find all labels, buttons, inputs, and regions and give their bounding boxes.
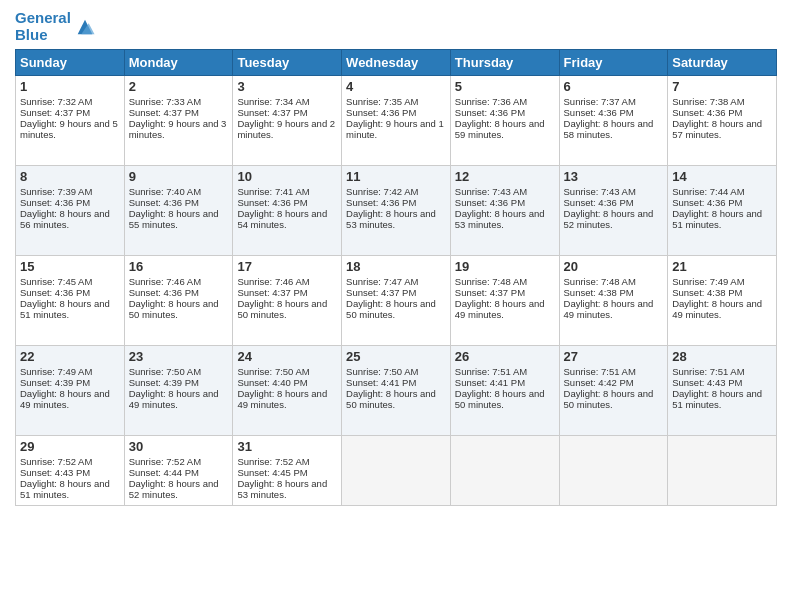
sunset: Sunset: 4:36 PM [346,197,416,208]
calendar-cell: 3Sunrise: 7:34 AMSunset: 4:37 PMDaylight… [233,76,342,166]
calendar-cell: 31Sunrise: 7:52 AMSunset: 4:45 PMDayligh… [233,436,342,506]
sunset: Sunset: 4:43 PM [672,377,742,388]
sunrise: Sunrise: 7:50 AM [346,366,418,377]
calendar-cell: 13Sunrise: 7:43 AMSunset: 4:36 PMDayligh… [559,166,668,256]
daylight: Daylight: 8 hours and 56 minutes. [20,208,110,230]
daylight: Daylight: 8 hours and 52 minutes. [564,208,654,230]
sunrise: Sunrise: 7:48 AM [455,276,527,287]
day-number: 18 [346,259,446,274]
page-header: General Blue [15,10,777,43]
sunset: Sunset: 4:36 PM [20,197,90,208]
sunrise: Sunrise: 7:49 AM [20,366,92,377]
sunset: Sunset: 4:37 PM [346,287,416,298]
calendar-cell: 19Sunrise: 7:48 AMSunset: 4:37 PMDayligh… [450,256,559,346]
sunset: Sunset: 4:44 PM [129,467,199,478]
sunset: Sunset: 4:36 PM [129,287,199,298]
daylight: Daylight: 8 hours and 51 minutes. [20,298,110,320]
sunrise: Sunrise: 7:46 AM [129,276,201,287]
day-header-saturday: Saturday [668,50,777,76]
day-header-thursday: Thursday [450,50,559,76]
calendar-cell: 22Sunrise: 7:49 AMSunset: 4:39 PMDayligh… [16,346,125,436]
sunset: Sunset: 4:39 PM [129,377,199,388]
sunrise: Sunrise: 7:48 AM [564,276,636,287]
sunset: Sunset: 4:38 PM [564,287,634,298]
logo-text: General [15,10,71,27]
daylight: Daylight: 8 hours and 55 minutes. [129,208,219,230]
daylight: Daylight: 8 hours and 57 minutes. [672,118,762,140]
daylight: Daylight: 8 hours and 51 minutes. [672,208,762,230]
sunset: Sunset: 4:39 PM [20,377,90,388]
daylight: Daylight: 8 hours and 59 minutes. [455,118,545,140]
calendar-cell: 6Sunrise: 7:37 AMSunset: 4:36 PMDaylight… [559,76,668,166]
sunrise: Sunrise: 7:42 AM [346,186,418,197]
sunrise: Sunrise: 7:38 AM [672,96,744,107]
sunset: Sunset: 4:36 PM [129,197,199,208]
sunrise: Sunrise: 7:50 AM [129,366,201,377]
calendar-cell [450,436,559,506]
calendar-cell: 24Sunrise: 7:50 AMSunset: 4:40 PMDayligh… [233,346,342,436]
calendar-cell: 17Sunrise: 7:46 AMSunset: 4:37 PMDayligh… [233,256,342,346]
daylight: Daylight: 8 hours and 50 minutes. [564,388,654,410]
calendar-cell: 8Sunrise: 7:39 AMSunset: 4:36 PMDaylight… [16,166,125,256]
daylight: Daylight: 8 hours and 50 minutes. [346,298,436,320]
sunrise: Sunrise: 7:35 AM [346,96,418,107]
day-number: 21 [672,259,772,274]
day-number: 28 [672,349,772,364]
daylight: Daylight: 9 hours and 2 minutes. [237,118,335,140]
sunrise: Sunrise: 7:44 AM [672,186,744,197]
sunset: Sunset: 4:37 PM [455,287,525,298]
daylight: Daylight: 8 hours and 52 minutes. [129,478,219,500]
sunset: Sunset: 4:37 PM [237,287,307,298]
sunset: Sunset: 4:45 PM [237,467,307,478]
calendar-cell: 18Sunrise: 7:47 AMSunset: 4:37 PMDayligh… [342,256,451,346]
day-header-friday: Friday [559,50,668,76]
calendar-week-2: 8Sunrise: 7:39 AMSunset: 4:36 PMDaylight… [16,166,777,256]
daylight: Daylight: 8 hours and 53 minutes. [455,208,545,230]
calendar-week-1: 1Sunrise: 7:32 AMSunset: 4:37 PMDaylight… [16,76,777,166]
sunset: Sunset: 4:42 PM [564,377,634,388]
daylight: Daylight: 9 hours and 3 minutes. [129,118,227,140]
daylight: Daylight: 8 hours and 58 minutes. [564,118,654,140]
day-number: 9 [129,169,229,184]
daylight: Daylight: 8 hours and 49 minutes. [672,298,762,320]
daylight: Daylight: 8 hours and 49 minutes. [129,388,219,410]
sunset: Sunset: 4:36 PM [20,287,90,298]
daylight: Daylight: 8 hours and 50 minutes. [237,298,327,320]
day-header-wednesday: Wednesday [342,50,451,76]
sunrise: Sunrise: 7:32 AM [20,96,92,107]
sunrise: Sunrise: 7:52 AM [129,456,201,467]
calendar-table: SundayMondayTuesdayWednesdayThursdayFrid… [15,49,777,506]
calendar-week-4: 22Sunrise: 7:49 AMSunset: 4:39 PMDayligh… [16,346,777,436]
day-number: 7 [672,79,772,94]
calendar-cell: 20Sunrise: 7:48 AMSunset: 4:38 PMDayligh… [559,256,668,346]
calendar-cell: 2Sunrise: 7:33 AMSunset: 4:37 PMDaylight… [124,76,233,166]
calendar-cell: 21Sunrise: 7:49 AMSunset: 4:38 PMDayligh… [668,256,777,346]
sunrise: Sunrise: 7:45 AM [20,276,92,287]
calendar-cell: 16Sunrise: 7:46 AMSunset: 4:36 PMDayligh… [124,256,233,346]
day-number: 3 [237,79,337,94]
sunrise: Sunrise: 7:50 AM [237,366,309,377]
day-number: 17 [237,259,337,274]
sunset: Sunset: 4:37 PM [129,107,199,118]
daylight: Daylight: 8 hours and 53 minutes. [237,478,327,500]
calendar-week-3: 15Sunrise: 7:45 AMSunset: 4:36 PMDayligh… [16,256,777,346]
sunrise: Sunrise: 7:51 AM [455,366,527,377]
page-container: General Blue SundayMondayTuesdayWednesda… [0,0,792,612]
sunset: Sunset: 4:40 PM [237,377,307,388]
sunset: Sunset: 4:37 PM [20,107,90,118]
sunset: Sunset: 4:36 PM [672,197,742,208]
daylight: Daylight: 8 hours and 49 minutes. [20,388,110,410]
sunrise: Sunrise: 7:39 AM [20,186,92,197]
daylight: Daylight: 8 hours and 50 minutes. [455,388,545,410]
daylight: Daylight: 9 hours and 5 minutes. [20,118,118,140]
sunrise: Sunrise: 7:47 AM [346,276,418,287]
sunset: Sunset: 4:36 PM [346,107,416,118]
day-number: 30 [129,439,229,454]
calendar-cell: 25Sunrise: 7:50 AMSunset: 4:41 PMDayligh… [342,346,451,436]
calendar-cell: 7Sunrise: 7:38 AMSunset: 4:36 PMDaylight… [668,76,777,166]
day-header-monday: Monday [124,50,233,76]
sunset: Sunset: 4:36 PM [672,107,742,118]
calendar-week-5: 29Sunrise: 7:52 AMSunset: 4:43 PMDayligh… [16,436,777,506]
day-number: 15 [20,259,120,274]
sunrise: Sunrise: 7:36 AM [455,96,527,107]
